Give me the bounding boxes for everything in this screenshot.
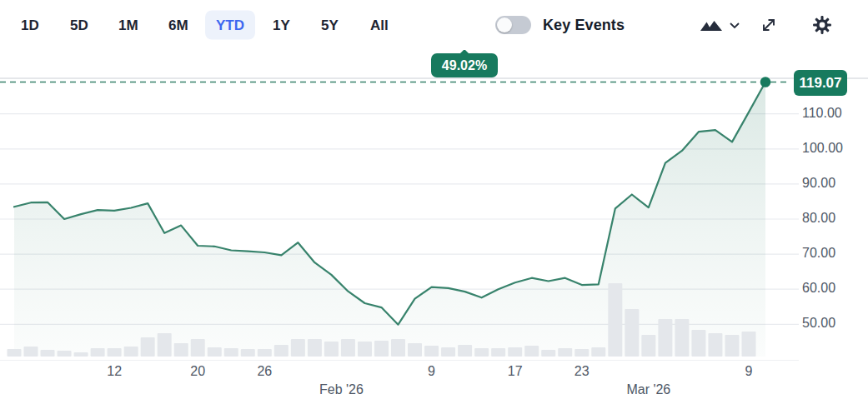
chart-toolbar: 1D5D1M6MYTD1Y5YAll Key Events [0, 0, 868, 50]
key-events-group: Key Events [495, 0, 625, 50]
y-axis-label: 110.00 [802, 106, 842, 121]
expand-icon [759, 15, 779, 35]
y-axis-label: 90.00 [802, 176, 835, 191]
settings-button[interactable] [812, 0, 832, 50]
y-axis-label: 60.00 [802, 281, 835, 296]
expand-button[interactable] [759, 0, 779, 50]
range-button-5d[interactable]: 5D [70, 12, 88, 39]
chevron-down-icon [729, 22, 740, 29]
x-axis-label: 20 [190, 364, 205, 379]
range-button-all[interactable]: All [370, 12, 389, 39]
x-axis-label: 23 [574, 364, 590, 379]
settings-gear-icon [812, 15, 832, 35]
y-axis-label: 80.00 [802, 211, 835, 226]
area-chart-type-icon [700, 17, 723, 32]
range-button-1m[interactable]: 1M [118, 12, 138, 39]
key-events-toggle[interactable] [495, 16, 531, 34]
y-axis-label: 100.00 [802, 141, 843, 156]
range-button-ytd[interactable]: YTD [205, 11, 255, 40]
y-axis-label: 50.00 [802, 316, 835, 331]
range-button-6m[interactable]: 6M [168, 12, 188, 39]
range-button-1y[interactable]: 1Y [273, 12, 290, 39]
x-axis-label: 9 [745, 364, 753, 379]
change-badge: 49.02% [431, 53, 498, 77]
x-axis-month-label: Feb '26 [319, 382, 364, 397]
range-button-1d[interactable]: 1D [21, 12, 39, 39]
stock-chart-widget: { "toolbar": { "ranges": [ {"label": "1D… [0, 0, 868, 404]
x-axis-month-label: Mar '26 [626, 382, 670, 397]
x-axis-label: 12 [107, 364, 122, 379]
chart-type-button[interactable] [700, 0, 740, 50]
range-button-5y[interactable]: 5Y [321, 12, 339, 39]
x-axis-label: 26 [257, 364, 272, 379]
toggle-knob [497, 17, 512, 32]
x-axis-label: 17 [508, 364, 523, 379]
x-axis-label: 9 [428, 364, 435, 379]
y-axis-label: 70.00 [802, 246, 835, 261]
key-events-label: Key Events [543, 17, 625, 34]
last-price-badge: 119.07 [794, 70, 847, 96]
